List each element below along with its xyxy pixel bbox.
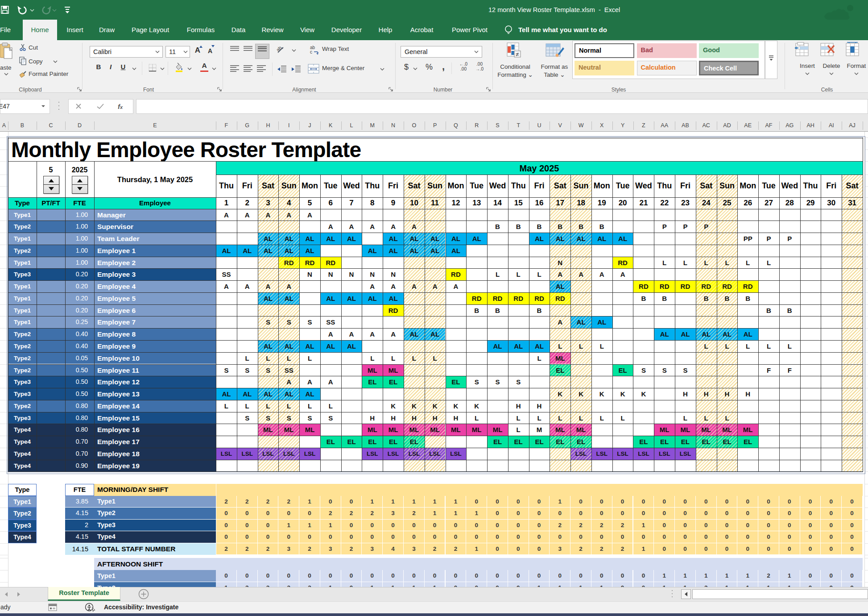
svg-text:ab: ab (277, 45, 283, 53)
svg-text:≠: ≠ (516, 51, 519, 58)
svg-text:c: c (310, 50, 312, 54)
